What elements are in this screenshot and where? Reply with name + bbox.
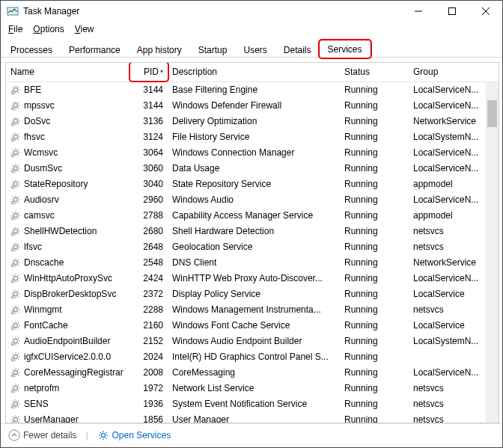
svg-point-175 xyxy=(13,355,17,359)
svg-line-181 xyxy=(18,359,19,360)
svg-point-135 xyxy=(13,292,17,296)
svg-point-84 xyxy=(11,201,14,204)
tab-processes[interactable]: Processes xyxy=(2,41,61,58)
cell-name: DispBrokerDesktopSvc xyxy=(6,289,130,299)
tab-services[interactable]: Services xyxy=(320,40,371,58)
svg-line-43 xyxy=(18,134,19,135)
column-header-name[interactable]: Name xyxy=(6,63,130,81)
table-row[interactable]: mpssvc3144Windows Defender FirewallRunni… xyxy=(6,98,499,114)
svg-line-151 xyxy=(18,312,19,313)
cell-status: Running xyxy=(340,116,409,126)
tab-performance[interactable]: Performance xyxy=(61,41,129,58)
service-icon xyxy=(10,194,21,205)
svg-line-243 xyxy=(100,438,100,438)
menu-file[interactable]: File xyxy=(8,24,22,34)
table-row[interactable]: DispBrokerDesktopSvc2372Display Policy S… xyxy=(6,286,499,302)
svg-line-140 xyxy=(13,291,13,292)
service-icon xyxy=(10,163,21,174)
svg-point-94 xyxy=(11,217,14,220)
table-row[interactable]: DoSvc3136Delivery OptimizationRunningNet… xyxy=(6,114,499,129)
table-header: Name PID▾ Description Status Group xyxy=(6,63,499,82)
table-row[interactable]: netprofm1972Network List ServiceRunningn… xyxy=(6,381,499,396)
table-row[interactable]: DusmSvc3060Data UsageRunningLocalService… xyxy=(6,161,499,177)
tab-startup[interactable]: Startup xyxy=(190,41,236,58)
table-row[interactable]: camsvc2788Capability Access Manager Serv… xyxy=(6,208,499,224)
cell-pid: 3064 xyxy=(130,147,168,158)
table-row[interactable]: WinHttpAutoProxySvc2424WinHTTP Web Proxy… xyxy=(6,271,499,286)
column-header-group[interactable]: Group xyxy=(409,63,499,81)
menubar: File Options View xyxy=(1,22,502,36)
column-header-pid[interactable]: PID▾ xyxy=(130,63,168,81)
cell-status: Running xyxy=(340,226,409,236)
column-header-status[interactable]: Status xyxy=(340,63,409,81)
window-controls xyxy=(401,1,502,22)
cell-status: Running xyxy=(340,367,409,378)
column-header-description[interactable]: Description xyxy=(168,63,340,81)
cell-pid: 1936 xyxy=(130,399,168,409)
cell-pid: 2424 xyxy=(130,273,168,283)
svg-line-150 xyxy=(13,307,13,307)
titlebar[interactable]: Task Manager xyxy=(1,1,502,22)
cell-name: FontCache xyxy=(6,320,130,331)
table-row[interactable]: FontCache2160Windows Font Cache ServiceR… xyxy=(6,318,499,334)
cell-status: Running xyxy=(340,399,409,409)
table-row[interactable]: AudioEndpointBuilder2152Windows Audio En… xyxy=(6,334,499,349)
table-row[interactable]: igfxCUIService2.0.0.02024Intel(R) HD Gra… xyxy=(6,349,499,365)
table-row[interactable]: CoreMessagingRegistrar2008CoreMessagingR… xyxy=(6,365,499,381)
svg-point-214 xyxy=(11,405,14,408)
cell-name: DusmSvc xyxy=(6,163,130,174)
svg-line-201 xyxy=(18,390,19,391)
vertical-scrollbar[interactable] xyxy=(486,82,499,423)
table-row[interactable]: ShellHWDetection2680Shell Hardware Detec… xyxy=(6,224,499,239)
cell-status: Running xyxy=(340,179,409,189)
open-services-button[interactable]: Open Services xyxy=(97,429,171,441)
menu-options[interactable]: Options xyxy=(33,24,64,34)
cell-pid: 3144 xyxy=(130,100,168,111)
scrollbar-thumb[interactable] xyxy=(487,100,497,127)
tab-details[interactable]: Details xyxy=(275,41,320,58)
svg-line-120 xyxy=(13,260,13,260)
svg-line-51 xyxy=(18,155,19,156)
table-row[interactable]: Winmgmt2288Windows Management Instrument… xyxy=(6,302,499,318)
cell-description: Windows Font Cache Service xyxy=(168,320,340,331)
table-row[interactable]: UserManager1856User ManagerRunningnetsvc… xyxy=(6,412,499,423)
cell-name: Audiosrv xyxy=(6,194,130,205)
table-row[interactable]: fhsvc3124File History ServiceRunningLoca… xyxy=(6,129,499,145)
svg-line-40 xyxy=(13,134,13,135)
cell-description: Base Filtering Engine xyxy=(168,85,340,95)
menu-view[interactable]: View xyxy=(75,24,94,34)
gear-icon xyxy=(97,429,109,441)
service-icon xyxy=(10,116,21,126)
table-row[interactable]: SENS1936System Event Notification Servic… xyxy=(6,396,499,412)
maximize-button[interactable] xyxy=(435,1,469,22)
table-row[interactable]: StateRepository3040State Repository Serv… xyxy=(6,177,499,192)
cell-group: netsvcs xyxy=(409,226,499,236)
task-manager-icon xyxy=(7,5,19,17)
svg-line-10 xyxy=(13,87,13,88)
tab-app-history[interactable]: App history xyxy=(129,41,190,58)
cell-pid: 2160 xyxy=(130,320,168,331)
tab-users[interactable]: Users xyxy=(235,41,275,58)
cell-group: netsvcs xyxy=(409,304,499,315)
cell-status: Running xyxy=(340,210,409,221)
close-button[interactable] xyxy=(469,1,502,22)
minimize-button[interactable] xyxy=(401,1,435,22)
service-icon xyxy=(10,257,21,268)
fewer-details-button[interactable]: Fewer details xyxy=(8,429,76,441)
table-row[interactable]: lfsvc2648Geolocation ServiceRunningnetsv… xyxy=(6,239,499,255)
table-row[interactable]: BFE3144Base Filtering EngineRunningLocal… xyxy=(6,82,499,98)
svg-line-101 xyxy=(18,233,19,234)
svg-line-161 xyxy=(18,328,19,328)
table-row[interactable]: Dnscache2548DNS ClientRunningNetworkServ… xyxy=(6,255,499,271)
cell-group: LocalService xyxy=(409,289,499,299)
cell-status: Running xyxy=(340,383,409,393)
table-row[interactable]: Audiosrv2960Windows AudioRunningLocalSer… xyxy=(6,192,499,208)
cell-status: Running xyxy=(340,336,409,346)
svg-line-90 xyxy=(13,212,13,213)
cell-pid: 2372 xyxy=(130,289,168,299)
svg-point-184 xyxy=(11,358,14,361)
svg-point-44 xyxy=(11,138,14,141)
svg-point-124 xyxy=(11,264,14,267)
cell-description: Display Policy Service xyxy=(168,289,340,299)
table-row[interactable]: Wcmsvc3064Windows Connection ManagerRunn… xyxy=(6,145,499,161)
